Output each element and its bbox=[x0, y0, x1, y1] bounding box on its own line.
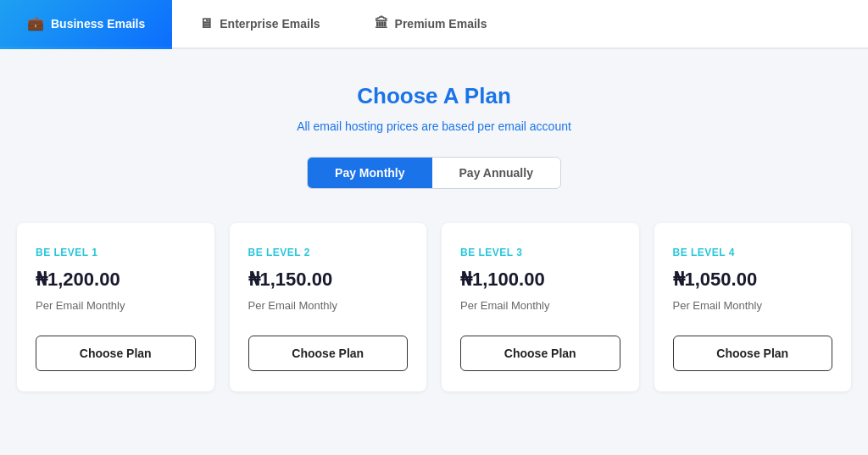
tab-business-emails[interactable]: 💼 Business Emails bbox=[0, 0, 172, 49]
plan-price-2: ₦1,150.00 bbox=[248, 269, 409, 291]
premium-emails-icon: 🏛 bbox=[375, 16, 388, 31]
plan-card-be-level-2: BE LEVEL 2 ₦1,150.00 Per Email Monthly C… bbox=[230, 223, 427, 391]
tab-premium-emails-label: Premium Emails bbox=[395, 17, 487, 31]
tab-premium-emails[interactable]: 🏛 Premium Emails bbox=[348, 0, 515, 49]
business-emails-icon: 💼 bbox=[27, 15, 44, 31]
plan-level-2: BE LEVEL 2 bbox=[248, 247, 409, 258]
plan-period-2: Per Email Monthly bbox=[248, 299, 409, 312]
choose-plan-button-1[interactable]: Choose Plan bbox=[36, 336, 196, 371]
page-title: Choose A Plan bbox=[357, 83, 511, 109]
tab-enterprise-emails-label: Enterprise Emails bbox=[220, 17, 320, 31]
pay-monthly-button[interactable]: Pay Monthly bbox=[308, 158, 431, 188]
choose-plan-button-2[interactable]: Choose Plan bbox=[248, 336, 409, 371]
page-subtitle: All email hosting prices are based per e… bbox=[297, 119, 571, 133]
plan-level-4: BE LEVEL 4 bbox=[673, 247, 833, 258]
billing-toggle-group: Pay Monthly Pay Annually bbox=[307, 157, 561, 189]
plan-card-be-level-3: BE LEVEL 3 ₦1,100.00 Per Email Monthly C… bbox=[442, 223, 639, 391]
pay-annually-button[interactable]: Pay Annually bbox=[432, 158, 560, 188]
plan-card-be-level-4: BE LEVEL 4 ₦1,050.00 Per Email Monthly C… bbox=[654, 223, 852, 391]
plan-period-3: Per Email Monthly bbox=[460, 299, 620, 312]
plan-card-be-level-1: BE LEVEL 1 ₦1,200.00 Per Email Monthly C… bbox=[17, 223, 214, 391]
plan-level-3: BE LEVEL 3 bbox=[460, 247, 620, 258]
plan-price-3: ₦1,100.00 bbox=[460, 269, 620, 291]
plan-price-4: ₦1,050.00 bbox=[673, 269, 833, 291]
plan-level-1: BE LEVEL 1 bbox=[36, 247, 196, 258]
plan-period-4: Per Email Monthly bbox=[673, 299, 833, 312]
tab-bar: 💼 Business Emails 🖥 Enterprise Emails 🏛 … bbox=[0, 0, 868, 49]
tab-enterprise-emails[interactable]: 🖥 Enterprise Emails bbox=[172, 0, 347, 49]
plans-grid: BE LEVEL 1 ₦1,200.00 Per Email Monthly C… bbox=[17, 223, 851, 391]
main-content: Choose A Plan All email hosting prices a… bbox=[0, 49, 868, 455]
choose-plan-button-4[interactable]: Choose Plan bbox=[673, 336, 833, 371]
choose-plan-button-3[interactable]: Choose Plan bbox=[460, 336, 620, 371]
tab-business-emails-label: Business Emails bbox=[51, 17, 145, 31]
plan-period-1: Per Email Monthly bbox=[36, 299, 196, 312]
enterprise-emails-icon: 🖥 bbox=[199, 16, 213, 31]
plan-price-1: ₦1,200.00 bbox=[36, 269, 196, 291]
